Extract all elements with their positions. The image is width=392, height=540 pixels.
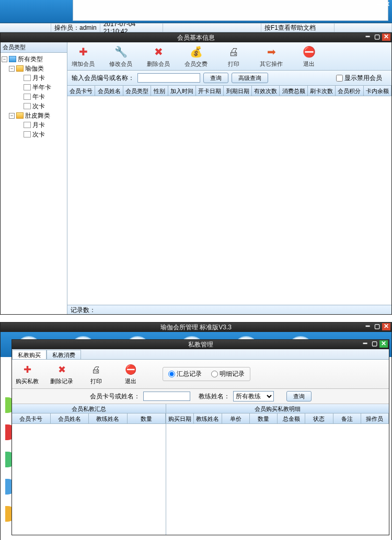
- print-button[interactable]: 🖨打印: [219, 44, 248, 68]
- print-label: 打印: [83, 377, 109, 385]
- col-join[interactable]: 加入时间: [168, 86, 196, 96]
- col-valid-count[interactable]: 有效次数: [252, 86, 280, 96]
- close-icon[interactable]: ✕: [382, 323, 390, 330]
- coach-mgmt-title: 私教管理: [188, 341, 213, 348]
- col-swipe-count[interactable]: 刷卡次数: [308, 86, 336, 96]
- other-ops-label: 其它操作: [257, 60, 286, 68]
- col-balance[interactable]: 卡内余额: [364, 86, 391, 96]
- tab-coach-consume[interactable]: 私教消费: [47, 350, 81, 359]
- print-button[interactable]: 🖨打印: [83, 363, 109, 385]
- query-button[interactable]: 查询: [203, 73, 228, 83]
- buy-coach-button[interactable]: ✚购买私教: [14, 363, 40, 385]
- maximize-icon[interactable]: ▢: [373, 33, 381, 41]
- tree-item[interactable]: 次卡: [32, 130, 45, 139]
- col-name[interactable]: 会员姓名: [95, 86, 123, 96]
- close-icon[interactable]: ✕: [384, 1, 391, 8]
- print-label: 打印: [219, 60, 248, 68]
- col-buy-date[interactable]: 购买日期: [166, 413, 194, 423]
- tree-item[interactable]: 月卡: [32, 73, 45, 83]
- minimize-icon[interactable]: ━: [363, 33, 372, 41]
- app-header-strip: ━ ✕: [0, 0, 392, 23]
- coach-select[interactable]: 所有教练: [233, 391, 274, 401]
- status-spacer: [163, 24, 261, 32]
- tree-item[interactable]: 次卡: [32, 101, 45, 111]
- radio-summary[interactable]: 汇总记录: [168, 370, 202, 378]
- folder-icon: [16, 112, 24, 119]
- coach-summary-body[interactable]: [12, 424, 166, 535]
- radio-detail-input[interactable]: [211, 371, 218, 377]
- add-member-label: 增加会员: [68, 60, 98, 68]
- col-note[interactable]: 备注: [333, 413, 361, 423]
- close-icon[interactable]: ✕: [382, 33, 390, 41]
- status-datetime: 2017-07-04 21:10:42: [100, 24, 163, 32]
- coach-tab-row: 私教购买 私教消费: [12, 349, 389, 360]
- tree-group-yoga[interactable]: 瑜伽类: [25, 64, 44, 73]
- coach-detail-cols: 购买日期 教练姓名 单价 数量 总金额 状态 备注 操作员: [166, 413, 389, 424]
- col-expire[interactable]: 到期日期: [224, 86, 251, 96]
- col-status[interactable]: 状态: [305, 413, 333, 423]
- delete-member-label: 删除会员: [144, 60, 173, 68]
- printer-icon: 🖨: [226, 44, 241, 59]
- member-type-tree[interactable]: − 所有类型 − 瑜伽类 月卡 半年卡 年卡 次卡 − 肚皮舞类: [1, 53, 67, 141]
- tree-toggle-icon[interactable]: −: [9, 66, 15, 72]
- member-info-window: 会员基本信息 ━ ▢ ✕ 会员类型 − 所有类型 − 瑜伽类 月卡: [0, 32, 392, 315]
- member-grid-body[interactable]: [67, 96, 391, 305]
- radio-summary-input[interactable]: [168, 371, 175, 377]
- radio-detail[interactable]: 明细记录: [211, 370, 245, 378]
- col-qty[interactable]: 数量: [250, 413, 278, 423]
- col-coach-name[interactable]: 教练姓名: [194, 413, 222, 423]
- col-spend-total[interactable]: 消费总额: [280, 86, 307, 96]
- member-info-right: ✚增加会员 🔧修改会员 ✖删除会员 💰会员交费 🖨打印 ➡其它操作 ⛔退出 输入…: [67, 42, 391, 314]
- card-search-input[interactable]: [143, 392, 190, 401]
- col-member-name[interactable]: 会员姓名: [51, 413, 89, 423]
- delete-member-button[interactable]: ✖删除会员: [144, 44, 173, 68]
- maximize-icon[interactable]: ▢: [373, 323, 381, 330]
- exit-label: 退出: [294, 60, 324, 68]
- tree-group-bellydance[interactable]: 肚皮舞类: [25, 111, 50, 120]
- member-search-input[interactable]: [137, 73, 200, 83]
- edit-member-button[interactable]: 🔧修改会员: [106, 44, 135, 68]
- col-type[interactable]: 会员类型: [123, 86, 151, 96]
- minimize-icon[interactable]: ━: [361, 340, 369, 348]
- exit-button[interactable]: ⛔退出: [294, 44, 324, 68]
- close-icon[interactable]: ✕: [379, 340, 388, 348]
- col-card-no[interactable]: 会员卡号: [67, 86, 95, 96]
- tree-toggle-icon[interactable]: −: [2, 56, 7, 62]
- tree-toggle-icon[interactable]: −: [9, 113, 15, 119]
- show-disabled-checkbox-input[interactable]: [336, 75, 343, 82]
- maximize-icon[interactable]: ▢: [370, 340, 378, 348]
- col-operator[interactable]: 操作员: [361, 413, 389, 423]
- col-coach-name[interactable]: 教练姓名: [89, 413, 128, 423]
- member-fee-button[interactable]: 💰会员交费: [181, 44, 211, 68]
- search-label: 输入会员编号或名称：: [72, 74, 134, 83]
- minimize-icon[interactable]: ━: [375, 1, 383, 8]
- printer-icon: 🖨: [89, 363, 103, 376]
- no-entry-icon: ⛔: [302, 44, 316, 59]
- member-info-title: 会员基本信息: [177, 34, 215, 41]
- item-icon: [24, 131, 31, 137]
- coach-query-button[interactable]: 查询: [286, 391, 312, 401]
- col-card-no[interactable]: 会员卡号: [12, 413, 51, 423]
- other-ops-button[interactable]: ➡其它操作: [257, 44, 286, 68]
- add-member-button[interactable]: ✚增加会员: [68, 44, 98, 68]
- tree-item[interactable]: 半年卡: [32, 83, 51, 92]
- show-disabled-checkbox[interactable]: 显示禁用会员: [336, 74, 382, 83]
- exit-button[interactable]: ⛔退出: [118, 363, 144, 385]
- col-total[interactable]: 总金额: [278, 413, 305, 423]
- tree-root[interactable]: 所有类型: [18, 54, 43, 64]
- coins-icon: 💰: [189, 44, 203, 59]
- adv-query-button[interactable]: 高级查询: [232, 73, 268, 83]
- col-qty[interactable]: 数量: [128, 413, 166, 423]
- col-gender[interactable]: 性别: [151, 86, 168, 96]
- item-icon: [24, 103, 31, 109]
- tree-header: 会员类型: [1, 42, 67, 53]
- col-price[interactable]: 单价: [222, 413, 250, 423]
- minimize-icon[interactable]: ━: [363, 323, 372, 330]
- col-points[interactable]: 会员积分: [336, 86, 363, 96]
- col-start[interactable]: 开卡日期: [196, 86, 224, 96]
- tree-item[interactable]: 月卡: [32, 120, 45, 130]
- delete-record-button[interactable]: ✖删除记录: [49, 363, 75, 385]
- tree-item[interactable]: 年卡: [32, 92, 45, 101]
- tab-coach-buy[interactable]: 私教购买: [12, 350, 47, 359]
- coach-detail-body[interactable]: [166, 424, 389, 535]
